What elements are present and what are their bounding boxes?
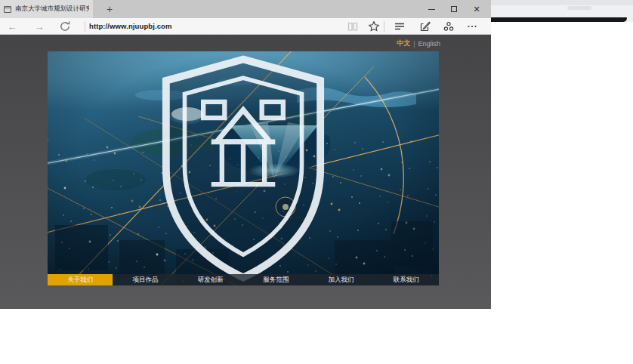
minimize-icon [428, 9, 435, 10]
favorites-button[interactable] [365, 20, 383, 33]
language-divider: | [413, 40, 415, 48]
close-button[interactable]: ✕ [465, 0, 488, 18]
maximize-button[interactable] [443, 0, 465, 18]
forward-button[interactable]: → [30, 20, 48, 33]
laptop-mockup: 南京大学城市规划设计研究院 + ✕ ← → http://www.njuupbj… [0, 0, 633, 364]
nav-item-contact[interactable]: 联系我们 [374, 274, 439, 285]
nav-item-about[interactable]: 关于我们 [48, 274, 113, 285]
new-tab-button[interactable]: + [99, 0, 120, 18]
refresh-icon [59, 20, 71, 32]
hub-button[interactable] [391, 20, 409, 33]
forward-arrow-icon: → [35, 22, 45, 32]
nav-item-services[interactable]: 服务范围 [243, 274, 308, 285]
reading-view-book-icon [347, 20, 359, 32]
refresh-button[interactable] [56, 20, 74, 33]
tab-title: 南京大学城市规划设计研究院 [15, 5, 89, 14]
reading-view-button[interactable] [344, 20, 362, 33]
more-ellipsis-icon [466, 20, 478, 32]
webpage-viewport: 中文 | English [0, 35, 491, 309]
tab-nju-planning-institute[interactable]: 南京大学城市规划设计研究院 [0, 0, 93, 18]
address-url[interactable]: http://www.njuupbj.com [89, 18, 172, 35]
back-arrow-icon: ← [8, 22, 17, 32]
toolbar-divider [384, 21, 384, 32]
toolbar-divider [85, 21, 85, 32]
hero-aerial-city-render: 关于我们 项目作品 研发创新 服务范围 加入我们 联系我们 [48, 51, 439, 285]
language-english-link[interactable]: English [418, 40, 440, 48]
hub-icon [394, 20, 406, 32]
tab-page-icon [4, 6, 11, 13]
minimize-button[interactable] [420, 0, 443, 18]
back-button[interactable]: ← [3, 20, 21, 33]
web-note-button[interactable] [416, 20, 434, 33]
site-nav: 关于我们 项目作品 研发创新 服务范围 加入我们 联系我们 [48, 274, 439, 285]
browser-tab-bar: 南京大学城市规划设计研究院 + ✕ [0, 0, 491, 18]
nav-item-innovation[interactable]: 研发创新 [178, 274, 243, 285]
more-button[interactable] [463, 20, 481, 33]
web-note-pen-icon [419, 20, 431, 32]
browser-toolbar: ← → http://www.njuupbj.com [0, 18, 491, 35]
nju-shield-logo-icon [48, 51, 439, 285]
nav-item-join-us[interactable]: 加入我们 [308, 274, 373, 285]
language-chinese-link[interactable]: 中文 [397, 39, 410, 48]
browser-window: 南京大学城市规划设计研究院 + ✕ ← → http://www.njuupbj… [0, 0, 491, 309]
favorites-star-icon [368, 20, 380, 32]
maximize-icon [451, 6, 457, 12]
share-button[interactable] [440, 20, 458, 33]
nav-item-projects[interactable]: 项目作品 [113, 274, 178, 285]
language-switcher: 中文 | English [397, 39, 440, 48]
laptop-base-badge [567, 6, 591, 10]
window-controls: ✕ [420, 0, 488, 18]
close-icon: ✕ [473, 5, 480, 14]
share-icon [443, 20, 455, 32]
